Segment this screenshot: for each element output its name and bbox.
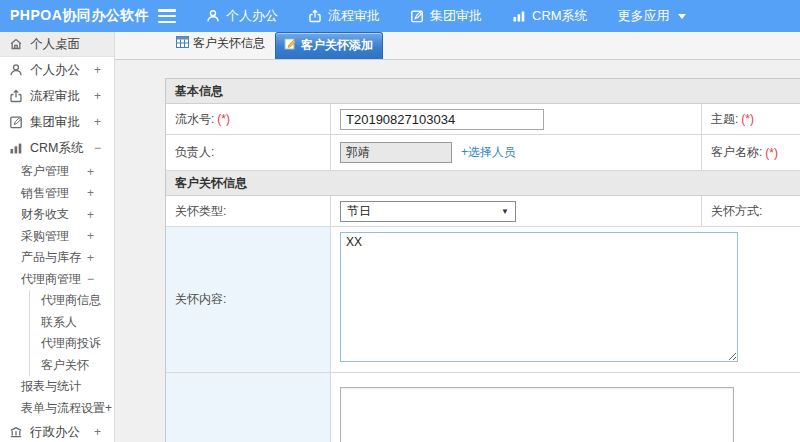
sidebar-item-reports-stats[interactable]: 报表与统计 xyxy=(0,376,114,398)
sidebar-item-admin-office[interactable]: 行政办公 + xyxy=(0,419,114,442)
extra-content-textarea[interactable] xyxy=(340,387,734,442)
required-marker: (*) xyxy=(765,146,778,160)
bar-chart-icon xyxy=(512,9,526,23)
extra-content-label xyxy=(166,373,331,442)
form-row-care-type: 关怀类型: 节日 ▼ 关怀方式: xyxy=(166,196,800,227)
sidebar-label: 采购管理 xyxy=(21,228,69,245)
edit-square-icon xyxy=(9,115,23,129)
sidebar-label: 代理商管理 xyxy=(21,271,81,288)
expand-plus-icon[interactable]: + xyxy=(87,229,94,243)
collapse-minus-icon[interactable]: − xyxy=(87,272,94,286)
sidebar-label: 产品与库存 xyxy=(21,249,81,266)
form-row-serial: 流水号: (*) 主题: (*) xyxy=(166,104,800,135)
sidebar-item-customer-care[interactable]: 客户关怀 xyxy=(30,355,114,377)
menu-toggle-icon[interactable] xyxy=(158,9,176,23)
tab-customer-care-add[interactable]: 客户关怀添加 xyxy=(275,32,383,59)
sidebar-item-crm-system[interactable]: CRM系统 − xyxy=(0,135,114,161)
user-icon xyxy=(9,63,23,77)
sidebar-item-flow-approval[interactable]: 流程审批 + xyxy=(0,83,114,109)
section-header-care: 客户关怀信息 xyxy=(166,171,800,196)
nav-more-apps[interactable]: 更多应用 xyxy=(618,7,686,25)
sidebar-label: 表单与流程设置+ xyxy=(21,400,112,417)
sidebar-item-product-inventory[interactable]: 产品与库存 + xyxy=(0,247,114,269)
care-content-textarea[interactable]: XX xyxy=(340,232,738,362)
sidebar-label: 客户关怀 xyxy=(41,357,89,374)
form-row-extra-content xyxy=(166,373,800,442)
section-header-basic: 基本信息 xyxy=(166,79,800,104)
sidebar-label: 财务收支 xyxy=(21,206,69,223)
sidebar-item-contacts[interactable]: 联系人 xyxy=(30,312,114,334)
sidebar-item-desktop[interactable]: 个人桌面 xyxy=(0,32,114,57)
nav-label: 更多应用 xyxy=(618,7,670,25)
sidebar-label: 销售管理 xyxy=(21,185,69,202)
caret-down-icon xyxy=(678,14,686,19)
select-person-link[interactable]: +选择人员 xyxy=(461,144,516,161)
care-method-label: 关怀方式: xyxy=(701,196,800,226)
top-nav: 个人办公 流程审批 集团审批 CRM系统 更多应用 xyxy=(206,7,686,25)
sidebar-label: 流程审批 xyxy=(30,88,80,105)
sidebar-item-agent-complaints[interactable]: 代理商投诉 xyxy=(30,333,114,355)
edit-square-icon xyxy=(410,9,424,23)
tab-customer-care-info[interactable]: 客户关怀信息 xyxy=(172,30,269,59)
main-content: 基本信息 流水号: (*) 主题: (*) 负责人: xyxy=(115,60,800,442)
care-type-cell: 节日 ▼ xyxy=(331,196,701,226)
expand-plus-icon[interactable]: + xyxy=(87,165,94,179)
serial-input[interactable] xyxy=(340,109,544,130)
sidebar-label: 客户管理 xyxy=(21,163,69,180)
sidebar-item-agent-mgmt[interactable]: 代理商管理 − xyxy=(0,269,114,291)
sidebar-item-agent-info[interactable]: 代理商信息 xyxy=(30,290,114,312)
sidebar-item-group-approval[interactable]: 集团审批 + xyxy=(0,109,114,135)
sidebar-item-purchase-mgmt[interactable]: 采购管理 + xyxy=(0,226,114,248)
owner-input[interactable] xyxy=(340,142,452,163)
sidebar-item-form-flow-settings[interactable]: 表单与流程设置+ xyxy=(0,398,114,420)
expand-plus-icon[interactable]: + xyxy=(94,63,101,77)
care-type-select[interactable]: 节日 ▼ xyxy=(340,201,516,222)
sidebar-item-customer-mgmt[interactable]: 客户管理 + xyxy=(0,161,114,183)
care-type-label: 关怀类型: xyxy=(166,196,331,226)
form-row-care-content: 关怀内容: XX xyxy=(166,227,800,373)
sidebar-label: CRM系统 xyxy=(30,140,83,157)
sidebar: 个人桌面 个人办公 + 流程审批 + 集团审批 + xyxy=(0,32,115,442)
sidebar-item-sales-mgmt[interactable]: 销售管理 + xyxy=(0,183,114,205)
nav-group-approval[interactable]: 集团审批 xyxy=(410,7,482,25)
sidebar-item-personal-office[interactable]: 个人办公 + xyxy=(0,57,114,83)
nav-label: 集团审批 xyxy=(430,7,482,25)
selected-option: 节日 xyxy=(347,203,371,220)
extra-content-cell xyxy=(331,373,800,442)
sidebar-label: 集团审批 xyxy=(30,114,80,131)
sidebar-item-finance[interactable]: 财务收支 + xyxy=(0,204,114,226)
building-icon xyxy=(9,425,23,439)
nav-label: CRM系统 xyxy=(532,7,588,25)
top-bar: PHPOA协同办公软件 个人办公 流程审批 集团审批 xyxy=(0,0,800,32)
collapse-minus-icon[interactable]: − xyxy=(94,141,101,155)
nav-label: 流程审批 xyxy=(328,7,380,25)
care-content-label: 关怀内容: xyxy=(166,227,331,372)
app-window: PHPOA协同办公软件 个人办公 流程审批 集团审批 xyxy=(0,0,800,442)
expand-plus-icon[interactable]: + xyxy=(87,251,94,265)
customer-care-form: 基本信息 流水号: (*) 主题: (*) 负责人: xyxy=(165,78,800,442)
nav-label: 个人办公 xyxy=(226,7,278,25)
tab-strip: 客户关怀信息 客户关怀添加 xyxy=(115,32,800,60)
form-row-owner: 负责人: +选择人员 客户名称: (*) xyxy=(166,135,800,171)
care-content-cell: XX xyxy=(331,227,800,372)
expand-plus-icon[interactable]: + xyxy=(94,425,101,439)
serial-label: 流水号: (*) xyxy=(166,104,331,134)
nav-flow-approval[interactable]: 流程审批 xyxy=(308,7,380,25)
expand-plus-icon[interactable]: + xyxy=(94,89,101,103)
tab-label: 客户关怀信息 xyxy=(193,35,265,52)
home-icon xyxy=(9,37,23,51)
expand-plus-icon[interactable]: + xyxy=(94,115,101,129)
nav-personal-office[interactable]: 个人办公 xyxy=(206,7,278,25)
nav-crm-system[interactable]: CRM系统 xyxy=(512,7,588,25)
serial-cell xyxy=(331,104,701,134)
sidebar-label: 代理商信息 xyxy=(41,292,101,309)
customer-name-label: 客户名称: (*) xyxy=(701,135,800,170)
owner-cell: +选择人员 xyxy=(331,135,701,170)
user-icon xyxy=(206,9,220,23)
expand-plus-icon[interactable]: + xyxy=(87,186,94,200)
flow-approval-icon xyxy=(308,9,322,23)
agent-mgmt-submenu: 代理商信息 联系人 代理商投诉 客户关怀 xyxy=(29,290,114,376)
expand-plus-icon[interactable]: + xyxy=(87,208,94,222)
sidebar-label: 联系人 xyxy=(41,314,77,331)
required-marker: (*) xyxy=(217,112,230,126)
